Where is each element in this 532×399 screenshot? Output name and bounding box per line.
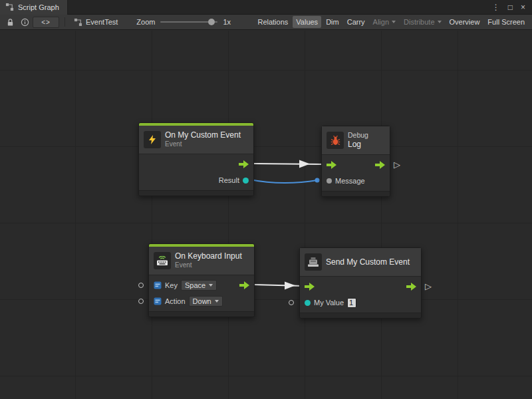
node-icon-box bbox=[144, 131, 161, 148]
graph-asset[interactable]: EventTest bbox=[74, 18, 118, 27]
message-port-label: Message bbox=[335, 177, 365, 185]
key-dropdown-value: Space bbox=[185, 281, 205, 289]
key-unconnected-port[interactable] bbox=[138, 283, 144, 288]
graph-asset-icon bbox=[74, 18, 82, 27]
my-value-input[interactable] bbox=[347, 298, 356, 308]
dropdown-arrow-icon bbox=[392, 21, 396, 23]
zoom-label: Zoom bbox=[136, 18, 155, 26]
message-value-port[interactable] bbox=[327, 178, 332, 184]
node-header: On Keyboard Input Event bbox=[149, 247, 254, 275]
info-icon bbox=[21, 18, 29, 27]
node-body: Result bbox=[139, 154, 253, 190]
result-value-port[interactable] bbox=[243, 178, 249, 184]
toolbar: <> EventTest Zoom 1x Relations Values Di… bbox=[0, 15, 532, 30]
node-on-my-custom-event[interactable]: On My Custom Event Event Result bbox=[138, 122, 254, 196]
window-maximize-icon[interactable]: □ bbox=[508, 3, 513, 12]
connection-result-to-message[interactable] bbox=[250, 180, 317, 183]
code-icon: <> bbox=[41, 19, 51, 26]
node-header: Debug Log bbox=[322, 126, 390, 154]
action-dropdown[interactable]: Down bbox=[189, 296, 223, 307]
press-state-type-icon bbox=[154, 297, 162, 305]
node-on-keyboard-input[interactable]: On Keyboard Input Event Key Spac bbox=[148, 243, 255, 317]
node-title: On My Custom Event bbox=[165, 130, 241, 140]
overview-button[interactable]: Overview bbox=[446, 16, 483, 28]
window-menu-icon[interactable]: ⋮ bbox=[492, 3, 500, 12]
fullscreen-button[interactable]: Full Screen bbox=[484, 16, 528, 28]
flow-input-port[interactable] bbox=[327, 161, 336, 169]
bug-icon bbox=[330, 135, 341, 146]
node-title: On Keyboard Input bbox=[175, 251, 242, 261]
connection-arrowhead-icon bbox=[299, 160, 310, 168]
edit-source-button[interactable]: <> bbox=[33, 17, 59, 28]
port-row bbox=[322, 157, 390, 173]
node-title: Log bbox=[348, 140, 368, 150]
distribute-button[interactable]: Distribute bbox=[400, 16, 444, 28]
toolbar-separator bbox=[65, 17, 65, 27]
action-dropdown-value: Down bbox=[193, 297, 211, 305]
flow-output-port[interactable] bbox=[375, 161, 385, 169]
zoom-slider[interactable] bbox=[160, 21, 217, 23]
node-body: Message bbox=[322, 154, 390, 191]
node-send-my-custom-event[interactable]: Send My Custom Event My Value bbox=[299, 247, 422, 319]
node-footer bbox=[149, 311, 254, 317]
port-row bbox=[139, 156, 253, 172]
node-footer bbox=[300, 313, 421, 318]
dim-button[interactable]: Dim bbox=[323, 16, 342, 28]
connection-arrowhead-icon bbox=[285, 282, 295, 290]
node-footer bbox=[322, 191, 390, 196]
dropdown-arrow-icon bbox=[209, 284, 213, 287]
relations-button[interactable]: Relations bbox=[254, 16, 291, 28]
tab-label: Script Graph bbox=[18, 3, 59, 11]
connection-keyboard-to-send[interactable] bbox=[253, 285, 303, 286]
titlebar: Script Graph ⋮ □ × bbox=[0, 0, 532, 15]
zoom-slider-handle[interactable] bbox=[208, 19, 215, 25]
node-header: Send My Custom Event bbox=[300, 248, 421, 276]
tab-script-graph[interactable]: Script Graph bbox=[0, 0, 68, 15]
flow-output-port[interactable] bbox=[239, 281, 249, 289]
node-header: On My Custom Event Event bbox=[139, 126, 253, 154]
key-dropdown[interactable]: Space bbox=[181, 280, 217, 291]
node-subtitle: Event bbox=[165, 140, 241, 149]
node-icon-box bbox=[154, 252, 171, 269]
node-icon-box bbox=[305, 253, 322, 271]
action-unconnected-port[interactable] bbox=[138, 299, 144, 304]
port-row: Result bbox=[139, 172, 253, 188]
connection-custom-event-to-log[interactable] bbox=[253, 164, 323, 164]
node-debug-log[interactable]: Debug Log Message ▷ bbox=[321, 126, 390, 197]
flow-output-port[interactable] bbox=[239, 160, 249, 168]
flow-input-port[interactable] bbox=[305, 283, 315, 291]
lightning-bolt-icon bbox=[147, 134, 158, 145]
play-triangle-icon: ▷ bbox=[394, 160, 400, 169]
script-graph-icon bbox=[5, 3, 14, 11]
values-button[interactable]: Values bbox=[293, 16, 321, 28]
info-button[interactable] bbox=[18, 17, 31, 28]
port-row: Action Down bbox=[149, 293, 254, 309]
my-value-unconnected-port[interactable] bbox=[289, 300, 294, 305]
send-event-machine-icon bbox=[307, 257, 319, 267]
flow-output-port[interactable] bbox=[406, 283, 416, 291]
action-port-label: Action bbox=[165, 297, 186, 305]
play-triangle-icon: ▷ bbox=[425, 282, 432, 291]
port-row: Message bbox=[322, 173, 390, 189]
my-value-port-label: My Value bbox=[314, 299, 344, 307]
lock-icon bbox=[7, 18, 14, 27]
connections-layer bbox=[0, 31, 532, 399]
lock-button[interactable] bbox=[3, 17, 17, 28]
connection-endpoint-dot bbox=[315, 178, 320, 183]
node-title: Send My Custom Event bbox=[326, 257, 410, 267]
node-body: My Value bbox=[300, 276, 421, 313]
node-icon-box bbox=[327, 132, 344, 149]
port-row bbox=[300, 279, 421, 295]
keyboard-input-icon bbox=[156, 256, 168, 266]
carry-button[interactable]: Carry bbox=[344, 16, 368, 28]
node-footer bbox=[139, 190, 253, 196]
align-button[interactable]: Align bbox=[370, 16, 399, 28]
node-subtitle: Event bbox=[175, 261, 242, 270]
graph-canvas[interactable]: On My Custom Event Event Result bbox=[0, 31, 532, 399]
toolbar-buttons: Relations Values Dim Carry Align Distrib… bbox=[254, 16, 528, 28]
zoom-value: 1x bbox=[223, 18, 231, 26]
window-close-icon[interactable]: × bbox=[521, 3, 525, 12]
my-value-port[interactable] bbox=[305, 300, 311, 306]
result-port-label: Result bbox=[219, 176, 239, 184]
keycode-type-icon bbox=[154, 281, 162, 289]
